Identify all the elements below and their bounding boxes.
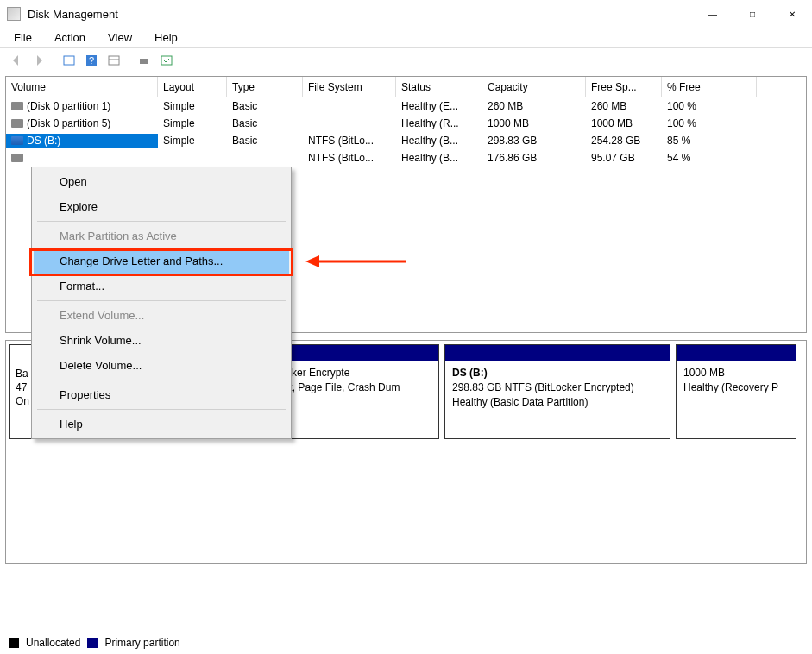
volume-list-header: Volume Layout Type File System Status Ca… (6, 77, 806, 97)
context-menu-item: Extend Volume... (34, 303, 289, 328)
titlebar: Disk Management — □ ✕ (0, 0, 812, 28)
legend-primary-label: Primary partition (104, 637, 179, 649)
partition-color-bar (445, 345, 670, 361)
volume-row[interactable]: (Disk 0 partition 5)SimpleBasicHealthy (… (6, 115, 806, 132)
volume-cell: 298.83 GB (482, 134, 586, 148)
volume-cell: DS (B:) (6, 134, 158, 148)
svg-text:?: ? (89, 55, 94, 66)
volume-cell: Healthy (R... (396, 116, 482, 130)
app-icon (7, 7, 21, 21)
volume-cell: 260 MB (482, 99, 586, 113)
volume-cell: Basic (227, 134, 303, 148)
context-menu-item: Mark Partition as Active (34, 223, 289, 248)
context-menu-item[interactable]: Change Drive Letter and Paths... (34, 248, 289, 274)
context-menu-item[interactable]: Open (34, 169, 289, 194)
window-title: Disk Management (28, 8, 693, 21)
volume-cell (303, 105, 396, 107)
minimize-button[interactable]: — (693, 0, 733, 28)
context-menu-item[interactable]: Properties (34, 382, 289, 407)
volume-cell (6, 153, 158, 163)
partition-box[interactable]: DS (B:)298.83 GB NTFS (BitLocker Encrypt… (444, 344, 670, 439)
volume-icon (11, 119, 23, 128)
context-menu-separator (37, 221, 286, 222)
partition-box[interactable]: 1000 MBHealthy (Recovery P (676, 344, 796, 439)
partition-line: 1000 MB (683, 366, 789, 380)
volume-row[interactable]: NTFS (BitLo...Healthy (B...176.86 GB95.0… (6, 149, 806, 167)
volume-cell: (Disk 0 partition 5) (6, 116, 158, 130)
partition-line: 298.83 GB NTFS (BitLocker Encrypted) (452, 380, 663, 395)
menu-action[interactable]: Action (51, 29, 89, 46)
volume-cell: NTFS (BitLo... (303, 151, 396, 165)
col-status[interactable]: Status (396, 77, 482, 97)
partition-body: DS (B:)298.83 GB NTFS (BitLocker Encrypt… (445, 361, 670, 414)
volume-icon (11, 102, 23, 110)
col-layout[interactable]: Layout (158, 77, 227, 97)
context-menu-item[interactable]: Explore (34, 194, 289, 219)
col-type[interactable]: Type (227, 77, 303, 97)
menu-help[interactable]: Help (151, 29, 181, 46)
col-pctfree[interactable]: % Free (662, 77, 757, 97)
partition-line: Healthy (Recovery P (683, 380, 789, 395)
volume-cell: Basic (227, 99, 303, 113)
volume-cell: Basic (227, 116, 303, 130)
volume-rows: (Disk 0 partition 1)SimpleBasicHealthy (… (6, 97, 806, 167)
context-menu-item[interactable]: Delete Volume... (34, 353, 289, 378)
toolbar-icon-5[interactable] (157, 51, 176, 70)
context-menu-separator (37, 300, 286, 301)
col-capacity[interactable]: Capacity (482, 77, 586, 97)
volume-cell: 1000 MB (482, 116, 586, 130)
volume-cell (303, 123, 396, 124)
context-menu-separator (37, 380, 286, 380)
legend-unallocated-label: Unallocated (26, 637, 80, 649)
svg-rect-0 (64, 56, 74, 65)
volume-cell: 260 MB (586, 99, 662, 113)
toolbar-icon-3[interactable] (104, 51, 123, 70)
context-menu-separator (37, 409, 286, 410)
help-icon[interactable]: ? (82, 51, 101, 70)
svg-rect-3 (109, 56, 119, 65)
volume-cell: Healthy (B... (396, 134, 482, 148)
volume-cell: Healthy (B... (396, 151, 482, 165)
col-filesystem[interactable]: File System (303, 77, 396, 97)
volume-cell (227, 157, 303, 159)
legend-primary-icon (87, 638, 98, 648)
svg-rect-6 (161, 56, 172, 65)
context-menu-item[interactable]: Help (34, 412, 289, 437)
volume-row[interactable]: (Disk 0 partition 1)SimpleBasicHealthy (… (6, 97, 806, 115)
partition-color-bar (677, 345, 796, 361)
volume-cell: 254.28 GB (586, 134, 662, 148)
volume-cell: 1000 MB (586, 116, 662, 130)
volume-row[interactable]: DS (B:)SimpleBasicNTFS (BitLo...Healthy … (6, 132, 806, 149)
menu-file[interactable]: File (10, 29, 35, 46)
menu-view[interactable]: View (104, 29, 135, 46)
volume-cell: Simple (158, 99, 227, 113)
legend: Unallocated Primary partition (9, 637, 180, 649)
col-volume[interactable]: Volume (6, 77, 158, 97)
toolbar-icon-4[interactable] (135, 51, 154, 70)
partition-body: 1000 MBHealthy (Recovery P (677, 361, 796, 400)
partition-line: Healthy (Basic Data Partition) (452, 395, 663, 410)
volume-cell: 95.07 GB (586, 151, 662, 165)
volume-cell: 85 % (662, 134, 757, 148)
context-menu-item[interactable]: Shrink Volume... (34, 328, 289, 353)
menubar: File Action View Help (0, 28, 812, 48)
volume-cell: Simple (158, 134, 227, 148)
context-menu-item[interactable]: Format... (34, 274, 289, 299)
volume-cell: 176.86 GB (482, 151, 586, 165)
col-freespace[interactable]: Free Sp... (586, 77, 662, 97)
close-button[interactable]: ✕ (772, 0, 812, 28)
toolbar-icon-1[interactable] (60, 51, 79, 70)
volume-cell (158, 157, 227, 159)
back-button[interactable] (7, 51, 26, 70)
volume-cell: 54 % (662, 151, 757, 165)
context-menu: OpenExploreMark Partition as ActiveChang… (31, 167, 292, 439)
partition-title: DS (B:) (452, 366, 663, 380)
volume-cell: Healthy (E... (396, 99, 482, 113)
volume-icon (11, 154, 23, 162)
forward-button[interactable] (29, 51, 48, 70)
volume-cell: 100 % (662, 116, 757, 130)
volume-icon (11, 136, 23, 145)
maximize-button[interactable]: □ (733, 0, 772, 28)
toolbar: ? (0, 48, 812, 72)
legend-unallocated-icon (9, 638, 19, 648)
